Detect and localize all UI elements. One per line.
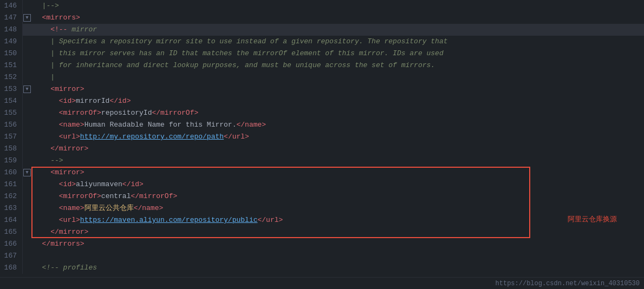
code-line-content: <mirror>	[31, 83, 644, 95]
line-number: 153	[0, 83, 23, 95]
line: 146 |-->	[0, 0, 644, 12]
code-token: |	[34, 73, 55, 81]
code-token: <mirrors>	[34, 14, 80, 22]
fold-arrow[interactable]	[23, 143, 31, 155]
code-token: </mirror>	[34, 144, 88, 153]
fold-arrow[interactable]	[23, 48, 31, 60]
line-number: 151	[0, 60, 23, 71]
fold-arrow[interactable]	[23, 0, 31, 12]
bottom-bar: https://blog.csdn.net/weixin_40310530	[0, 277, 644, 289]
fold-arrow[interactable]	[23, 226, 31, 238]
code-token: Human Readable Name for this Mirror.	[84, 121, 237, 129]
fold-arrow[interactable]: ▼	[23, 12, 31, 24]
line: 163 <name>阿里云公共仓库</name>	[0, 202, 644, 214]
code-line-content: <id>mirrorId</id>	[31, 95, 644, 107]
line-number: 152	[0, 71, 23, 83]
code-token: </name>	[134, 204, 164, 212]
code-line-content: <id>aliyunmaven</id>	[31, 179, 644, 191]
code-line-content: <mirrors>	[31, 12, 644, 24]
code-token: -->	[34, 156, 63, 165]
line-number: 159	[0, 155, 23, 167]
code-token: <id>	[34, 97, 76, 105]
code-token: </url>	[257, 216, 283, 224]
code-line-content: <name>Human Readable Name for this Mirro…	[31, 119, 644, 131]
code-line-content: </mirrors>	[31, 238, 644, 250]
fold-arrow[interactable]: ▼	[23, 167, 31, 179]
code-token: | this mirror serves has an ID that matc…	[34, 49, 444, 57]
code-line-content: <!-- mirror	[31, 24, 644, 36]
code-token: </id>	[109, 97, 131, 105]
line-number: 146	[0, 0, 23, 12]
code-line-content: |	[31, 71, 644, 83]
line-number: 168	[0, 262, 23, 274]
code-line-content: <name>阿里云公共仓库</name>	[31, 202, 644, 214]
blog-url: https://blog.csdn.net/weixin_40310530	[496, 280, 640, 287]
code-token: <name>	[34, 204, 84, 212]
fold-icon[interactable]: ▼	[23, 14, 31, 22]
line-number: 154	[0, 95, 23, 107]
fold-arrow[interactable]	[23, 95, 31, 107]
code-token: </mirrorOf>	[131, 192, 177, 200]
line: 154 <id>mirrorId</id>	[0, 95, 644, 107]
fold-arrow[interactable]	[23, 60, 31, 71]
line: 149 | Specifies a repository mirror site…	[0, 36, 644, 48]
code-line-content: | for inheritance and direct lookup purp…	[31, 60, 644, 71]
code-line-content: </mirror>	[31, 226, 644, 238]
code-editor: 146 |-->147▼ <mirrors>148 <!-- mirror149…	[0, 0, 644, 289]
fold-arrow[interactable]	[23, 155, 31, 167]
line-number: 164	[0, 214, 23, 226]
fold-arrow[interactable]	[23, 179, 31, 191]
code-token: <!--	[34, 264, 63, 272]
line: 160▼ <mirror>	[0, 167, 644, 179]
fold-arrow[interactable]	[23, 238, 31, 250]
line: 158 </mirror>	[0, 143, 644, 155]
code-token[interactable]: https://maven.aliyun.com/repository/publ…	[80, 216, 258, 224]
code-token: <name>	[34, 121, 84, 129]
line-number: 160	[0, 167, 23, 179]
code-token: <mirror>	[34, 168, 84, 176]
fold-arrow[interactable]	[23, 131, 31, 143]
code-token: </url>	[224, 133, 249, 141]
code-token: 阿里云公共仓库	[84, 204, 134, 212]
code-token[interactable]: http://my.repository.com/repo/path	[80, 133, 224, 141]
line-number: 149	[0, 36, 23, 48]
line-number: 148	[0, 24, 23, 36]
code-line-content: <mirror>	[31, 167, 644, 179]
code-token: </name>	[236, 121, 266, 129]
fold-arrow[interactable]	[23, 71, 31, 83]
line-number: 158	[0, 143, 23, 155]
code-line-content	[31, 250, 644, 262]
fold-arrow[interactable]	[23, 250, 31, 262]
fold-arrow[interactable]	[23, 107, 31, 119]
fold-icon[interactable]: ▼	[23, 86, 31, 93]
line: 150 | this mirror serves has an ID that …	[0, 48, 644, 60]
fold-arrow[interactable]	[23, 214, 31, 226]
fold-arrow[interactable]	[23, 191, 31, 202]
code-line-content: <mirrorOf>repositoryId</mirrorOf>	[31, 107, 644, 119]
code-line-content: <url>https://maven.aliyun.com/repository…	[31, 214, 644, 226]
line: 155 <mirrorOf>repositoryId</mirrorOf>	[0, 107, 644, 119]
line-number: 161	[0, 179, 23, 191]
fold-arrow[interactable]: ▼	[23, 83, 31, 95]
line-number: 156	[0, 119, 23, 131]
line-number: 157	[0, 131, 23, 143]
fold-arrow[interactable]	[23, 24, 31, 36]
code-token: repositoryId	[101, 109, 152, 117]
line-number: 155	[0, 107, 23, 119]
line: 147▼ <mirrors>	[0, 12, 644, 24]
line: 165 </mirror>	[0, 226, 644, 238]
fold-arrow[interactable]	[23, 202, 31, 214]
line-number: 150	[0, 48, 23, 60]
line: 168 <!-- profiles	[0, 262, 644, 274]
fold-arrow[interactable]	[23, 262, 31, 274]
line: 167	[0, 250, 644, 262]
code-token: mirror	[71, 25, 97, 34]
code-token: <mirrorOf>	[34, 109, 101, 117]
code-token: </mirror>	[34, 228, 88, 236]
fold-arrow[interactable]	[23, 36, 31, 48]
fold-icon[interactable]: ▼	[23, 169, 31, 176]
line-number: 167	[0, 250, 23, 262]
line: 166 </mirrors>	[0, 238, 644, 250]
fold-arrow[interactable]	[23, 119, 31, 131]
line-number: 147	[0, 12, 23, 24]
